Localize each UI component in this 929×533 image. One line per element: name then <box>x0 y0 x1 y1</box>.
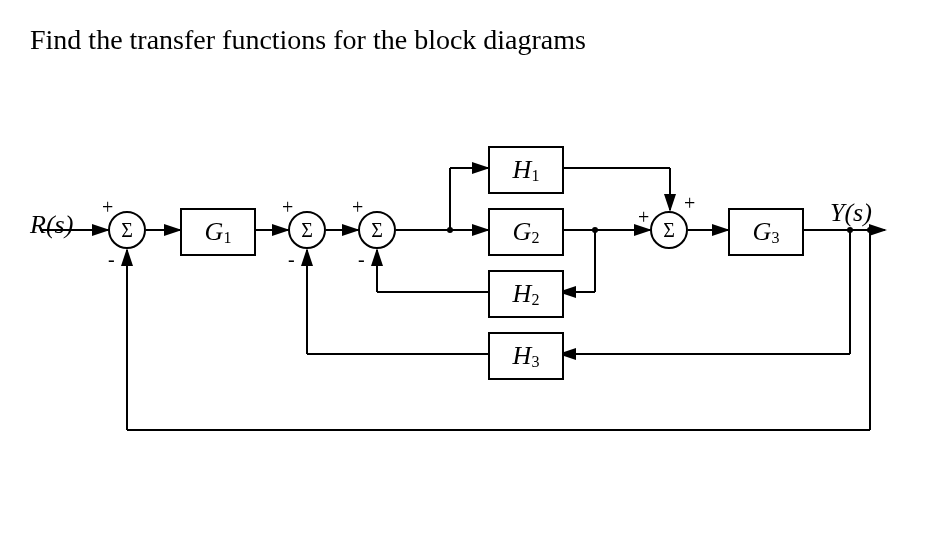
sum4-plus-top: + <box>684 192 695 215</box>
block-g1: G1 <box>180 208 256 256</box>
block-h3: H3 <box>488 332 564 380</box>
sum3-minus: - <box>358 248 365 271</box>
block-h1: H1 <box>488 146 564 194</box>
output-label: Y(s) <box>830 198 872 228</box>
block-h1-sub: 1 <box>531 167 539 185</box>
block-h2: H2 <box>488 270 564 318</box>
block-g3-sub: 3 <box>771 229 779 247</box>
diagram-wires <box>30 110 900 490</box>
block-g2: G2 <box>488 208 564 256</box>
block-h2-label: H <box>513 279 532 309</box>
sum-1: Σ <box>108 211 146 249</box>
page-title: Find the transfer functions for the bloc… <box>30 24 586 56</box>
svg-point-25 <box>592 227 598 233</box>
block-h3-label: H <box>513 341 532 371</box>
sum-3: Σ <box>358 211 396 249</box>
input-label: R(s) <box>30 210 73 240</box>
sum-2: Σ <box>288 211 326 249</box>
block-g1-sub: 1 <box>223 229 231 247</box>
sum1-minus: - <box>108 248 115 271</box>
sum2-minus: - <box>288 248 295 271</box>
block-diagram: R(s) Y(s) Σ + - Σ + - Σ + - Σ + + G1 H1 … <box>30 110 900 490</box>
sum4-plus-left: + <box>638 206 649 229</box>
block-h2-sub: 2 <box>531 291 539 309</box>
block-g1-label: G <box>205 217 224 247</box>
block-g2-sub: 2 <box>531 229 539 247</box>
sum3-plus: + <box>352 196 363 219</box>
block-g3-label: G <box>753 217 772 247</box>
block-h1-label: H <box>513 155 532 185</box>
svg-point-24 <box>447 227 453 233</box>
block-g2-label: G <box>513 217 532 247</box>
sum-4: Σ <box>650 211 688 249</box>
block-g3: G3 <box>728 208 804 256</box>
sum2-plus: + <box>282 196 293 219</box>
block-h3-sub: 3 <box>531 353 539 371</box>
sum1-plus: + <box>102 196 113 219</box>
